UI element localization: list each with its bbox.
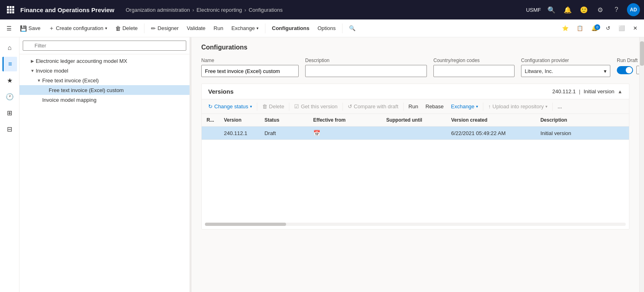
version-sep: |: [579, 88, 580, 94]
badge-btn[interactable]: 🔔 0: [588, 24, 601, 33]
col-header-status: Status: [260, 114, 308, 127]
desc-input[interactable]: [305, 65, 427, 77]
toolbar-sep-2: [265, 24, 265, 33]
tree-item-2[interactable]: ▼ Free text invoice (Excel): [19, 75, 190, 85]
col-header-r: R...: [202, 114, 219, 127]
provider-select[interactable]: Litware, Inc. ▾: [521, 65, 610, 77]
svg-rect-2: [12, 6, 14, 8]
sidebar-grid-icon[interactable]: ⊟: [2, 122, 17, 136]
notification-icon[interactable]: 🔔: [562, 4, 573, 15]
close-btn[interactable]: ✕: [630, 24, 641, 33]
run-draft-field: Run Draft Yes: [617, 58, 639, 74]
svg-rect-3: [7, 9, 9, 11]
configurations-button[interactable]: Configurations: [269, 24, 312, 33]
svg-rect-4: [10, 9, 12, 11]
run-draft-toggle[interactable]: [617, 66, 633, 74]
col-header-until: Supported until: [381, 114, 446, 127]
app-grid-icon[interactable]: [4, 3, 17, 16]
search-icon-topbar[interactable]: 🔍: [546, 4, 557, 15]
delete-button[interactable]: 🗑 Delete: [112, 24, 141, 33]
version-number-display: 240.112.1: [552, 88, 576, 94]
breadcrumb-item-3[interactable]: Configurations: [249, 7, 283, 13]
provider-chevron-icon: ▾: [604, 68, 607, 74]
table-empty-space: [202, 140, 629, 221]
toolbar-sep-3: [342, 24, 342, 33]
scrollbar-thumb[interactable]: [205, 223, 286, 226]
validate-button[interactable]: Validate: [183, 24, 209, 33]
filter-icon-toolbar[interactable]: 🔍: [346, 24, 359, 33]
get-this-version-button[interactable]: ☑ Get this version: [291, 102, 340, 111]
svg-rect-8: [12, 11, 14, 13]
open-btn[interactable]: ⬜: [615, 24, 628, 33]
tree-item-4[interactable]: Invoice model mapping: [19, 95, 190, 105]
breadcrumb-item-2[interactable]: Electronic reporting: [196, 7, 242, 13]
smiley-icon[interactable]: 🙂: [578, 4, 590, 15]
name-field: Name: [201, 58, 299, 77]
tree-panel: 🔍 ▶ Electronic ledger accounting model M…: [19, 37, 190, 292]
vt-sep-2: [289, 103, 289, 111]
main-toolbar: ☰ 💾 Save ＋ Create configuration ▾ 🗑 Dele…: [0, 19, 644, 37]
breadcrumb-item-1[interactable]: Organization administration: [126, 7, 190, 13]
exchange-button[interactable]: Exchange ▾: [228, 24, 262, 33]
versions-header-right: 240.112.1 | Initial version ▲: [552, 88, 622, 94]
change-status-chevron: ▾: [250, 104, 252, 109]
refresh-btn[interactable]: ↺: [603, 24, 614, 33]
hamburger-button[interactable]: ☰: [3, 24, 15, 33]
tree-item-3[interactable]: Free text invoice (Excel) custom: [19, 85, 190, 95]
name-input[interactable]: [201, 65, 299, 77]
versions-delete-button[interactable]: 🗑 Delete: [259, 102, 288, 111]
delete-icon: 🗑: [115, 25, 121, 32]
table-row[interactable]: 240.112.1 Draft 📅 6/22/2021 05:49:22 AM …: [202, 127, 629, 140]
horizontal-scrollbar[interactable]: [205, 223, 626, 226]
calendar-icon[interactable]: 📅: [313, 130, 320, 136]
rebase-button[interactable]: Rebase: [422, 102, 447, 111]
sidebar-home-icon[interactable]: ⌂: [2, 41, 17, 55]
col-header-created: Version created: [446, 114, 536, 127]
right-scrollbar-thumb[interactable]: [640, 41, 644, 66]
svg-rect-1: [10, 6, 12, 8]
save-button[interactable]: 💾 Save: [17, 24, 44, 33]
sidebar-star-icon[interactable]: ★: [2, 73, 17, 88]
provider-value: Litware, Inc.: [525, 68, 553, 74]
options-button[interactable]: Options: [314, 24, 339, 33]
upload-icon: ↑: [488, 103, 491, 110]
filter-input[interactable]: [23, 41, 186, 51]
change-status-button[interactable]: ↻ Change status ▾: [205, 102, 255, 111]
form-row: Name Description Country/region codes Co…: [201, 58, 629, 77]
tree-item-1[interactable]: ▼ Invoice model: [19, 66, 190, 75]
versions-run-button[interactable]: Run: [405, 102, 422, 111]
versions-table-wrap: R... Version Status Effective from Suppo…: [202, 114, 629, 229]
tree-expand-icon-2: ▼: [36, 77, 42, 84]
svg-rect-5: [12, 9, 14, 11]
country-input[interactable]: [433, 65, 515, 77]
versions-toolbar: ↻ Change status ▾ 🗑 Delete ☑ Get this ve…: [202, 99, 629, 114]
versions-exchange-button[interactable]: Exchange ▾: [448, 102, 481, 111]
designer-button[interactable]: ✏ Designer: [148, 24, 182, 33]
provider-label: Configuration provider: [521, 58, 610, 63]
col-header-effective: Effective from: [308, 114, 381, 127]
sidebar-clock-icon[interactable]: 🕐: [2, 89, 17, 104]
svg-rect-7: [10, 11, 12, 13]
sidebar-table-icon[interactable]: ⊞: [2, 105, 17, 120]
more-options-button[interactable]: ...: [554, 102, 565, 111]
versions-collapse-btn[interactable]: ▲: [618, 89, 622, 94]
run-button[interactable]: Run: [210, 24, 226, 33]
tree-item-0[interactable]: ▶ Electronic ledger accounting model MX: [19, 56, 190, 66]
provider-field: Configuration provider Litware, Inc. ▾: [521, 58, 610, 77]
star-toolbar-btn[interactable]: ⭐: [559, 24, 572, 33]
designer-icon: ✏: [151, 25, 156, 32]
sidebar-list-icon[interactable]: ≡: [2, 57, 17, 71]
vt-sep-1: [257, 103, 257, 111]
versions-section: Versions 240.112.1 | Initial version ▲ ↻…: [201, 84, 629, 230]
create-config-button[interactable]: ＋ Create configuration ▾: [45, 23, 110, 34]
layout-btn[interactable]: 📋: [573, 24, 586, 33]
vt-sep-3: [342, 103, 343, 111]
right-scrollbar[interactable]: [639, 37, 644, 292]
tree-content: ▶ Electronic ledger accounting model MX …: [19, 54, 190, 292]
compare-with-draft-button[interactable]: ↺ Compare with draft: [345, 102, 402, 111]
settings-icon-topbar[interactable]: ⚙: [594, 4, 606, 15]
help-icon[interactable]: ?: [611, 4, 622, 15]
upload-into-repository-button[interactable]: ↑ Upload into repository ▾: [485, 102, 551, 111]
avatar[interactable]: AD: [627, 3, 640, 16]
tree-expand-icon-4: [36, 97, 42, 103]
